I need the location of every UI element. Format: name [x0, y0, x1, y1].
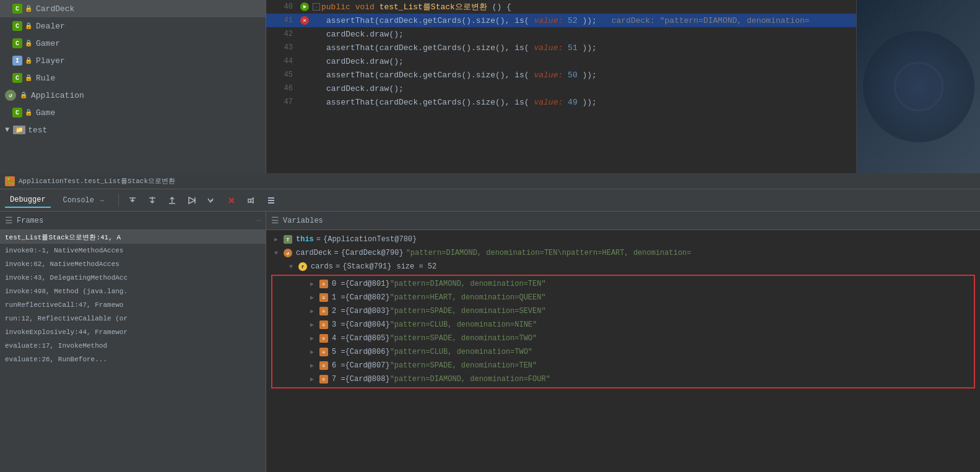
card-index: 7 =	[332, 375, 345, 384]
code-text-42: cardDeck.draw();	[326, 30, 404, 39]
card-row[interactable]: ≡7 = {Card@808} "pattern=DIAMOND, denomi…	[272, 372, 974, 386]
sidebar-item-Application[interactable]: ↺ 🔒 Application	[0, 87, 266, 104]
card-expand-icon[interactable]	[307, 306, 317, 316]
class-icon-application: ↺	[5, 90, 16, 101]
card-ref: {Card@807}	[345, 361, 390, 370]
card-field-icon: ≡	[319, 348, 328, 356]
var-expand-cards[interactable]: ▼	[286, 262, 296, 272]
sidebar-label-Application: Application	[31, 91, 84, 100]
card-index: 1 =	[332, 293, 345, 302]
frames-panel: ☰ Frames → test_List를Stack으로변환:41, Ainvo…	[0, 212, 266, 472]
error-gutter-41[interactable]: ✕	[299, 15, 310, 26]
sidebar-item-Dealer[interactable]: C 🔒 Dealer	[0, 17, 266, 35]
frame-item[interactable]: runReflectiveCall:47, Framewo	[0, 298, 266, 312]
btn-settings[interactable]	[262, 192, 280, 208]
btn-mute[interactable]	[243, 192, 260, 208]
sidebar-item-Gamer[interactable]: C 🔒 Gamer	[0, 35, 266, 52]
var-row-cardDeck[interactable]: ▼ ↺ cardDeck = {CardDeck@790} "pattern=D…	[266, 246, 980, 260]
card-expand-icon[interactable]	[307, 279, 317, 289]
var-expand-this[interactable]: ▶	[271, 234, 281, 244]
frame-item[interactable]: invoke:43, DelegatingMethodAcc	[0, 271, 266, 285]
frame-item[interactable]: invoke:62, NativeMethodAcces	[0, 257, 266, 271]
top-section: C 🔒 CardDeck C 🔒 Dealer C 🔒 Gamer I 🔒 Pl…	[0, 0, 980, 173]
card-expand-icon[interactable]	[307, 374, 317, 384]
card-row[interactable]: ≡2 = {Card@803} "pattern=SPADE, denomina…	[272, 304, 974, 318]
sidebar-item-Player[interactable]: I 🔒 Player	[0, 52, 266, 69]
run-to-cursor-icon	[187, 195, 197, 205]
card-field-icon: ≡	[319, 280, 328, 288]
card-value: "pattern=HEART, denomination=QUEEN"	[390, 293, 546, 302]
frame-item[interactable]: run:12, ReflectiveCallable (or	[0, 312, 266, 325]
gutter-44	[299, 56, 310, 67]
step-out-icon	[167, 195, 177, 205]
breadcrumb-text: ApplicationTest.test_List를Stack으로변환	[19, 176, 175, 186]
frame-item[interactable]: invoke:498, Method (java.lang.	[0, 285, 266, 298]
code-line-44: 44 cardDeck.draw();	[266, 54, 856, 68]
code-text-45: assertThat(cardDeck.getCards().size(), i…	[326, 71, 597, 80]
sidebar-item-Rule[interactable]: C 🔒 Rule	[0, 69, 266, 87]
card-expand-icon[interactable]	[307, 361, 317, 371]
sidebar-item-Game[interactable]: C 🔒 Game	[0, 104, 266, 121]
var-row-cards[interactable]: ▼ f cards = {Stack@791} size = 52	[266, 260, 980, 273]
svg-rect-6	[268, 202, 274, 204]
card-row[interactable]: ≡5 = {Card@806} "pattern=CLUB, denominat…	[272, 345, 974, 359]
frame-item[interactable]: evaluate:17, InvokeMethod	[0, 339, 266, 353]
sidebar-item-test[interactable]: ▼ 📁 test	[0, 121, 266, 139]
card-ref: {Card@801}	[345, 280, 390, 288]
card-expand-icon[interactable]	[307, 347, 317, 357]
var-expand-cardDeck[interactable]: ▼	[271, 248, 281, 258]
card-index: 2 =	[332, 307, 345, 315]
code-editor: 40 − public void test_List를Stack으로변환 () …	[266, 0, 856, 173]
code-text-41: assertThat(cardDeck.getCards().size(), i…	[326, 16, 810, 25]
card-expand-icon[interactable]	[307, 333, 317, 343]
card-index: 6 =	[332, 361, 345, 370]
lock-icon-dealer: 🔒	[25, 22, 32, 30]
frame-item[interactable]: test_List를Stack으로변환:41, A	[0, 230, 266, 244]
error-icon-41[interactable]: ✕	[300, 16, 309, 25]
card-row[interactable]: ≡0 = {Card@801} "pattern=DIAMOND, denomi…	[272, 277, 974, 291]
gutter-46	[299, 83, 310, 94]
line-num-44: 44	[271, 57, 293, 66]
card-value: "pattern=SPADE, denomination=TEN"	[390, 361, 537, 370]
btn-step-over[interactable]	[124, 192, 141, 208]
run-icon-40[interactable]	[300, 2, 309, 11]
btn-evaluate[interactable]	[203, 192, 220, 208]
frames-header-arrow: →	[256, 217, 261, 225]
var-cardDeck-ref: {CardDeck@790}	[341, 249, 404, 257]
bg-decoration	[863, 31, 974, 142]
console-arrow-icon: →	[100, 197, 103, 204]
sidebar-item-CardDeck[interactable]: C 🔒 CardDeck	[0, 0, 266, 17]
var-row-this[interactable]: ▶ T this = {ApplicationTest@780}	[266, 233, 980, 246]
btn-step-out[interactable]	[163, 192, 181, 208]
card-index: 4 =	[332, 334, 345, 343]
class-icon-c: C	[12, 4, 22, 14]
fold-icon-40[interactable]: −	[313, 3, 320, 11]
card-row[interactable]: ≡1 = {Card@802} "pattern=HEART, denomina…	[272, 291, 974, 304]
svg-rect-5	[268, 200, 274, 201]
btn-run-to-cursor[interactable]	[183, 192, 201, 208]
toolbar-sep-1	[118, 194, 119, 207]
tab-debugger[interactable]: Debugger	[5, 193, 51, 208]
frame-item[interactable]: evaluate:26, RunBefore...	[0, 353, 266, 366]
card-field-icon: ≡	[319, 307, 328, 315]
btn-stop[interactable]	[223, 192, 240, 208]
btn-step-into[interactable]	[144, 192, 161, 208]
card-row[interactable]: ≡3 = {Card@804} "pattern=CLUB, denominat…	[272, 318, 974, 332]
stop-icon	[227, 195, 236, 205]
card-index: 5 =	[332, 348, 345, 356]
run-gutter-40[interactable]	[299, 1, 310, 12]
gutter-47	[299, 97, 310, 108]
var-cardDeck-value: "pattern=DIAMOND, denomination=TEN\npatt…	[406, 249, 692, 257]
card-expand-icon[interactable]	[307, 293, 317, 303]
card-expand-icon[interactable]	[307, 320, 317, 330]
code-text-44: cardDeck.draw();	[326, 57, 404, 66]
card-row[interactable]: ≡4 = {Card@805} "pattern=SPADE, denomina…	[272, 332, 974, 345]
card-row[interactable]: ≡6 = {Card@807} "pattern=SPADE, denomina…	[272, 359, 974, 372]
sidebar-label-Rule: Rule	[36, 74, 55, 83]
frame-item[interactable]: invokeExplosively:44, Framewor	[0, 325, 266, 339]
settings-icon	[266, 195, 276, 205]
frames-header-left: ☰ Frames	[5, 215, 43, 226]
frame-item[interactable]: invoke0:-1, NativeMethodAcces	[0, 244, 266, 257]
card-field-icon: ≡	[319, 375, 328, 384]
tab-console[interactable]: Console →	[58, 194, 109, 207]
